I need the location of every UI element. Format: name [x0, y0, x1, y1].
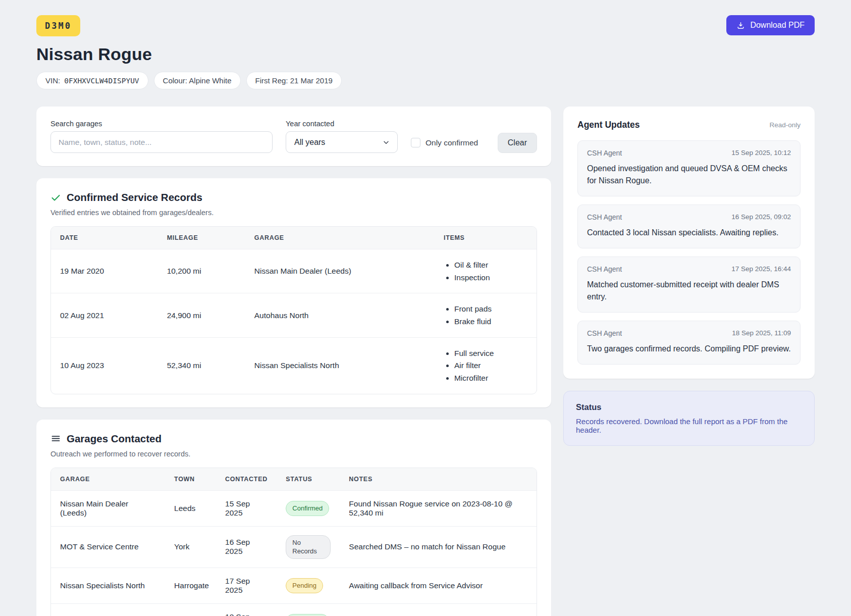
- agent-update-item: CSH Agent 16 Sep 2025, 09:02 Contacted 3…: [577, 204, 801, 248]
- search-field-group: Search garages: [50, 120, 273, 153]
- garage-contacted: 18 Sep 2025: [216, 603, 277, 616]
- garage-status-cell: Confirmed: [277, 603, 340, 616]
- garage-town: Leeds: [165, 490, 216, 526]
- agent-updates-list: CSH Agent 15 Sep 2025, 10:12 Opened inve…: [577, 140, 801, 365]
- agent-name: CSH Agent: [587, 149, 622, 157]
- status-card: Status Records recovered. Download the f…: [563, 391, 815, 446]
- year-select[interactable]: All years: [286, 131, 398, 153]
- table-row: 02 Aug 2021 24,900 mi Autohaus North Fro…: [51, 293, 537, 337]
- first-reg-chip: First Reg: 21 Mar 2019: [246, 72, 342, 89]
- garages-contacted-card: Garages Contacted Outreach we performed …: [36, 420, 551, 616]
- garage-name: MOT & Service Centre: [51, 526, 165, 568]
- check-icon: [50, 192, 61, 203]
- status-badge: Pending: [286, 578, 323, 593]
- update-timestamp: 17 Sep 2025, 16:44: [731, 265, 791, 273]
- garage-notes: Awaiting callback from Service Advisor: [340, 568, 537, 603]
- only-confirmed-label: Only confirmed: [426, 138, 478, 147]
- table-row: 10 Aug 2023 52,340 mi Nissan Specialists…: [51, 337, 537, 394]
- status-title: Status: [576, 402, 802, 412]
- vin-chip: VIN: 0FXHXVCLW4DISPYUV: [36, 72, 148, 89]
- agent-update-item: CSH Agent 18 Sep 2025, 11:09 Two garages…: [577, 321, 801, 365]
- col-date: Date: [51, 227, 158, 249]
- garage-contacted: 15 Sep 2025: [216, 490, 277, 526]
- download-pdf-button[interactable]: Download PDF: [726, 15, 815, 35]
- record-garage: Autohaus North: [245, 293, 435, 337]
- search-label: Search garages: [50, 120, 273, 128]
- record-date: 10 Aug 2023: [51, 337, 158, 394]
- col-contacted: Contacted: [216, 468, 277, 491]
- update-timestamp: 18 Sep 2025, 11:09: [732, 329, 791, 337]
- update-timestamp: 16 Sep 2025, 09:02: [731, 213, 791, 221]
- garages-contacted-table: Garage Town Contacted Status Notes Nissa…: [51, 468, 537, 616]
- record-date: 02 Aug 2021: [51, 293, 158, 337]
- clear-button[interactable]: Clear: [498, 133, 537, 153]
- status-message: Records recovered. Download the full rep…: [576, 417, 802, 434]
- col-items: Items: [435, 227, 537, 249]
- record-mileage: 24,900 mi: [158, 293, 245, 337]
- record-item: Inspection: [454, 272, 527, 283]
- garage-status-cell: No Records: [277, 526, 340, 568]
- agent-updates-title: Agent Updates: [577, 120, 640, 130]
- download-icon: [736, 21, 745, 30]
- only-confirmed-checkbox[interactable]: [411, 138, 420, 147]
- sidebar: Agent Updates Read-only CSH Agent 15 Sep…: [563, 107, 815, 446]
- col-garage: Garage: [51, 468, 165, 491]
- col-mileage: Mileage: [158, 227, 245, 249]
- confirmed-records-table: Date Mileage Garage Items 19 Mar 2020 10…: [51, 227, 537, 394]
- garage-town: York: [165, 526, 216, 568]
- colour-chip: Colour: Alpine White: [154, 72, 241, 89]
- vin-label: VIN:: [45, 76, 60, 85]
- update-message: Matched customer-submitted receipt with …: [587, 279, 791, 303]
- demo-badge: D3M0: [36, 15, 80, 36]
- table-header-row: Date Mileage Garage Items: [51, 227, 537, 249]
- vehicle-chips: VIN: 0FXHXVCLW4DISPYUV Colour: Alpine Wh…: [36, 72, 815, 89]
- page-title: Nissan Rogue: [36, 44, 815, 64]
- status-badge: No Records: [286, 535, 331, 559]
- update-message: Opened investigation and queued DVSA & O…: [587, 163, 791, 187]
- table-row: 19 Mar 2020 10,200 mi Nissan Main Dealer…: [51, 249, 537, 293]
- record-garage: Nissan Main Dealer (Leeds): [245, 249, 435, 293]
- table-row: Nissan Main Dealer (Leeds) Leeds 15 Sep …: [51, 490, 537, 526]
- status-badge: Confirmed: [286, 501, 329, 516]
- garage-notes: Stamped 2021 Nissan Rogue visit @ 24,900…: [340, 603, 537, 616]
- garage-notes: Found Nissan Rogue service on 2023-08-10…: [340, 490, 537, 526]
- record-item: Oil & filter: [454, 260, 527, 271]
- confirmed-records-title: Confirmed Service Records: [67, 191, 202, 203]
- agent-name: CSH Agent: [587, 213, 622, 221]
- confirmed-records-subtitle: Verified entries we obtained from garage…: [50, 209, 537, 217]
- agent-name: CSH Agent: [587, 265, 622, 273]
- filter-card: Search garages Year contacted All years: [36, 107, 551, 166]
- chevron-down-icon: [382, 138, 390, 146]
- record-date: 19 Mar 2020: [51, 249, 158, 293]
- confirmed-records-card: Confirmed Service Records Verified entri…: [36, 178, 551, 407]
- record-item: Air filter: [454, 360, 527, 371]
- col-notes: Notes: [340, 468, 537, 491]
- record-mileage: 10,200 mi: [158, 249, 245, 293]
- table-row: Autohaus North Bradford 18 Sep 2025 Conf…: [51, 603, 537, 616]
- record-item: Front pads: [454, 303, 527, 315]
- garages-contacted-subtitle: Outreach we performed to recover records…: [50, 450, 537, 458]
- record-item: Full service: [454, 348, 527, 359]
- record-item: Microfilter: [454, 373, 527, 384]
- update-message: Contacted 3 local Nissan specialists. Aw…: [587, 227, 791, 239]
- garage-notes: Searched DMS – no match for Nissan Rogue: [340, 526, 537, 568]
- garage-name: Nissan Specialists North: [51, 568, 165, 603]
- garage-town: Harrogate: [165, 568, 216, 603]
- garage-name: Nissan Main Dealer (Leeds): [51, 490, 165, 526]
- record-items: Oil & filterInspection: [435, 249, 537, 293]
- record-items: Full serviceAir filterMicrofilter: [435, 337, 537, 394]
- garage-status-cell: Confirmed: [277, 490, 340, 526]
- only-confirmed-group: Only confirmed: [411, 138, 478, 147]
- search-input[interactable]: [50, 131, 273, 153]
- table-row: MOT & Service Centre York 16 Sep 2025 No…: [51, 526, 537, 568]
- update-message: Two garages confirmed records. Compiling…: [587, 343, 791, 355]
- readonly-label: Read-only: [769, 121, 801, 129]
- main-column: Search garages Year contacted All years: [36, 107, 551, 616]
- record-item: Brake fluid: [454, 316, 527, 327]
- record-mileage: 52,340 mi: [158, 337, 245, 394]
- garage-contacted: 16 Sep 2025: [216, 526, 277, 568]
- hamburger-icon: [50, 433, 61, 444]
- top-bar: D3M0 Download PDF: [36, 15, 815, 36]
- record-items: Front padsBrake fluid: [435, 293, 537, 337]
- year-label: Year contacted: [286, 120, 398, 128]
